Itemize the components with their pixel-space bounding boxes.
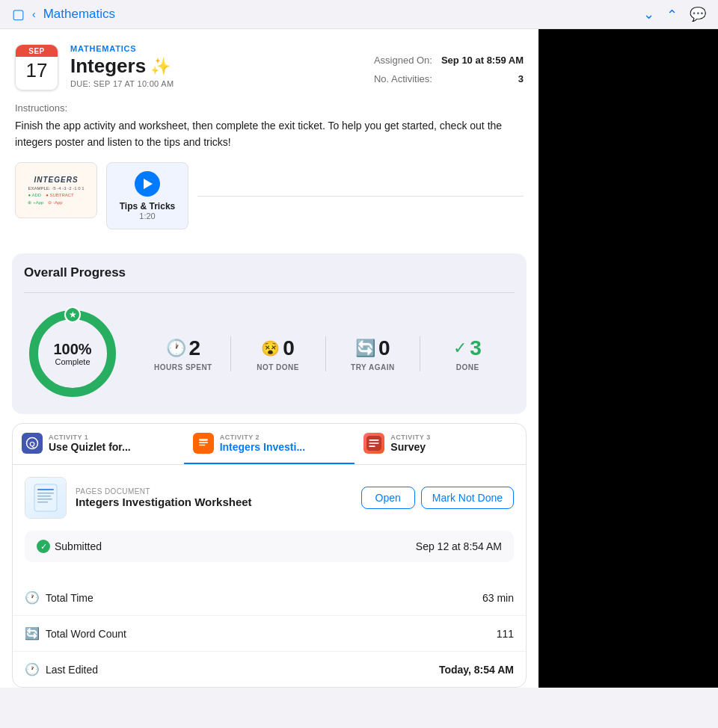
progress-title: Overall Progress bbox=[24, 265, 515, 280]
activity-tab-1[interactable]: Q ACTIVITY 1 Use Quizlet for... bbox=[13, 424, 184, 464]
activity-tab-3[interactable]: ACTIVITY 3 Survey bbox=[355, 424, 526, 464]
activity-3-number: ACTIVITY 3 bbox=[390, 434, 517, 441]
stats-grid: 🕐 2 HOURS SPENT 😵 0 NOT DONE bbox=[136, 336, 515, 371]
activity-2-number: ACTIVITY 2 bbox=[220, 434, 346, 441]
donut-star-icon: ★ bbox=[64, 306, 81, 323]
main-container: SEP 17 MATHEMATICS Integers ✨ DUE: SEP 1… bbox=[0, 29, 718, 688]
submitted-label: Submitted bbox=[55, 540, 102, 552]
submitted-date: Sep 12 at 8:54 AM bbox=[416, 540, 502, 552]
total-time-icon: 🕐 bbox=[25, 590, 40, 605]
svg-rect-14 bbox=[37, 493, 54, 494]
file-name: Integers Investigation Worksheet bbox=[76, 496, 352, 508]
total-time-row: 🕐 Total Time 63 min bbox=[13, 580, 526, 616]
svg-rect-10 bbox=[369, 443, 379, 445]
open-button[interactable]: Open bbox=[361, 487, 415, 509]
svg-rect-15 bbox=[37, 496, 51, 497]
file-type-label: PAGES DOCUMENT bbox=[76, 487, 352, 496]
chevron-up-icon[interactable]: ⌄ bbox=[643, 6, 654, 22]
hours-icon: 🕐 bbox=[166, 339, 186, 358]
svg-rect-12 bbox=[34, 484, 57, 511]
last-edited-left: 🕐 Last Edited bbox=[25, 662, 98, 676]
survey-icon bbox=[363, 433, 384, 454]
subject-label: MATHEMATICS bbox=[70, 44, 362, 53]
not-done-icon: 😵 bbox=[261, 339, 280, 357]
hours-value: 2 bbox=[189, 336, 201, 360]
integers-poster-attachment[interactable]: INTEGERS EXAMPLE: -5 -4 -3 -2 -1 0 1 ● A… bbox=[15, 162, 97, 218]
activity-tab-2[interactable]: ACTIVITY 2 Integers Investi... bbox=[184, 424, 355, 464]
video-duration: 1:20 bbox=[139, 212, 155, 220]
back-chevron-icon[interactable]: ‹ bbox=[32, 8, 36, 20]
nav-bar: ▢ ‹ Mathematics ⌄ ⌄ 💬 bbox=[0, 0, 718, 29]
progress-section: Overall Progress 100% Complete ★ bbox=[12, 253, 527, 414]
video-attachment[interactable]: Tips & Tricks 1:20 bbox=[106, 162, 188, 229]
donut-label: Complete bbox=[53, 357, 91, 366]
submitted-check-icon: ✓ bbox=[37, 540, 50, 553]
last-edited-value: Today, 8:54 AM bbox=[439, 664, 514, 676]
donut-percent: 100% bbox=[53, 341, 91, 357]
total-time-value: 63 min bbox=[482, 592, 514, 604]
file-thumbnail-inner bbox=[25, 478, 66, 518]
nav-left: ▢ ‹ Mathematics bbox=[12, 6, 115, 22]
svg-text:Q: Q bbox=[29, 439, 35, 448]
progress-divider bbox=[24, 292, 515, 293]
last-edited-icon: 🕐 bbox=[25, 662, 40, 676]
assigned-on-row: Assigned On: Sep 10 at 8:59 AM bbox=[374, 55, 524, 66]
mark-not-done-button[interactable]: Mark Not Done bbox=[421, 487, 514, 509]
detail-rows: 🕐 Total Time 63 min 🔄 Total Word Count 1… bbox=[13, 580, 526, 687]
activity-tab-2-text: ACTIVITY 2 Integers Investi... bbox=[220, 434, 346, 453]
no-activities-value: 3 bbox=[518, 73, 524, 84]
not-done-label: NOT DONE bbox=[257, 363, 299, 371]
stat-not-done: 😵 0 NOT DONE bbox=[231, 336, 326, 371]
not-done-value: 0 bbox=[283, 336, 295, 360]
total-word-count-value: 111 bbox=[497, 628, 514, 640]
chevron-down-icon[interactable]: ⌄ bbox=[666, 6, 678, 22]
play-button-icon[interactable] bbox=[135, 171, 160, 197]
sidebar-icon[interactable]: ▢ bbox=[12, 6, 25, 22]
nav-back-label[interactable]: Mathematics bbox=[43, 7, 115, 22]
activity-1-number: ACTIVITY 1 bbox=[49, 434, 175, 441]
quizlet-icon: Q bbox=[22, 433, 43, 454]
right-panel bbox=[538, 29, 718, 688]
activity-content: PAGES DOCUMENT Integers Investigation Wo… bbox=[13, 465, 526, 574]
stat-done: ✓ 3 DONE bbox=[420, 336, 515, 371]
svg-rect-6 bbox=[199, 442, 208, 444]
assignment-info: MATHEMATICS Integers ✨ DUE: SEP 17 AT 10… bbox=[70, 44, 362, 90]
integers-poster-content: INTEGERS EXAMPLE: -5 -4 -3 -2 -1 0 1 ● A… bbox=[25, 173, 87, 208]
file-actions: Open Mark Not Done bbox=[361, 487, 514, 509]
progress-stats: 100% Complete ★ 🕐 2 HOURS SPENT bbox=[24, 305, 515, 402]
svg-rect-17 bbox=[37, 502, 48, 503]
comment-icon[interactable]: 💬 bbox=[690, 6, 706, 22]
total-word-count-icon: 🔄 bbox=[25, 626, 40, 641]
donut-center: 100% Complete bbox=[53, 341, 91, 366]
activity-3-name: Survey bbox=[390, 441, 517, 453]
attachments-section: INTEGERS EXAMPLE: -5 -4 -3 -2 -1 0 1 ● A… bbox=[0, 162, 538, 244]
submitted-left: ✓ Submitted bbox=[37, 540, 102, 553]
sparkle-icon: ✨ bbox=[150, 57, 171, 76]
activity-2-name: Integers Investi... bbox=[220, 441, 346, 453]
svg-rect-13 bbox=[37, 489, 54, 490]
try-again-icon: 🔄 bbox=[355, 339, 375, 358]
stat-try-again: 🔄 0 TRY AGAIN bbox=[326, 336, 421, 371]
pages-icon bbox=[193, 433, 214, 454]
done-label: DONE bbox=[456, 363, 479, 371]
svg-rect-7 bbox=[199, 445, 205, 446]
activities-section: Q ACTIVITY 1 Use Quizlet for... bbox=[12, 423, 527, 688]
activity-1-name: Use Quizlet for... bbox=[49, 441, 175, 453]
svg-rect-5 bbox=[199, 439, 208, 442]
calendar-icon: SEP 17 bbox=[15, 44, 58, 90]
due-date: DUE: SEP 17 AT 10:00 AM bbox=[70, 79, 362, 88]
assignment-header: SEP 17 MATHEMATICS Integers ✨ DUE: SEP 1… bbox=[0, 29, 538, 102]
total-word-count-row: 🔄 Total Word Count 111 bbox=[13, 616, 526, 652]
svg-rect-9 bbox=[369, 439, 379, 441]
try-again-value: 0 bbox=[378, 336, 390, 360]
total-word-count-left: 🔄 Total Word Count bbox=[25, 626, 126, 641]
stat-hours-spent: 🕐 2 HOURS SPENT bbox=[136, 336, 231, 371]
file-thumbnail bbox=[25, 477, 67, 519]
assignment-meta: Assigned On: Sep 10 at 8:59 AM No. Activ… bbox=[374, 44, 524, 90]
activity-tab-3-text: ACTIVITY 3 Survey bbox=[390, 434, 517, 453]
donut-chart: 100% Complete ★ bbox=[24, 305, 121, 402]
instructions-section: Instructions: Finish the app activity an… bbox=[0, 102, 538, 162]
video-title: Tips & Tricks bbox=[120, 201, 175, 212]
done-value: 3 bbox=[470, 336, 482, 360]
assigned-on-label: Assigned On: bbox=[374, 55, 432, 66]
